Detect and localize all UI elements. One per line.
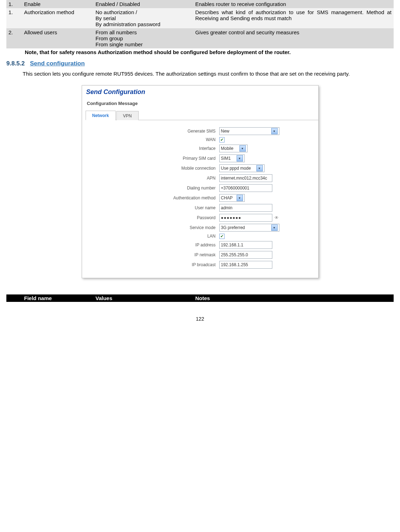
form-row: User nameadmin [88, 204, 312, 212]
field-control: 255.255.255.0 [219, 251, 311, 259]
input-ip-address[interactable]: 192.168.1.1 [219, 241, 272, 249]
form-row: APNinternet.mnc012.mcc34c [88, 174, 312, 182]
field-label: Password [88, 215, 219, 220]
header-blank [6, 294, 22, 302]
field-control: internet.mnc012.mcc34c [219, 174, 311, 182]
table-row: 1.EnableEnabled / DisabledEnables router… [6, 0, 394, 8]
table-row: 2.Allowed usersFrom all numbers From gro… [6, 28, 394, 48]
select-interface[interactable]: Mobile▾ [219, 145, 248, 152]
field-control: 192.168.1.1 [219, 241, 311, 249]
select-primary-sim-card[interactable]: SIM1▾ [219, 154, 245, 162]
form-row: IP netmask255.255.255.0 [88, 251, 312, 259]
tab-network[interactable]: Network [86, 111, 116, 120]
section-title: Send configuration [30, 60, 85, 67]
form-row: Primary SIM cardSIM1▾ [88, 154, 312, 162]
field-label: Primary SIM card [88, 156, 219, 161]
field-header-bar: Field name Values Notes [6, 294, 394, 302]
header-values: Values [93, 294, 193, 302]
field-label: IP netmask [88, 252, 219, 257]
input-ip-broadcast[interactable]: 192.168.1.255 [219, 261, 272, 269]
panel-form: Generate SMSNew▾WAN✔InterfaceMobile▾Prim… [82, 120, 318, 278]
field-control: SIM1▾ [219, 154, 311, 162]
field-label: APN [88, 176, 219, 181]
section-heading: 9.8.5.2 Send configuration [6, 60, 394, 67]
send-configuration-panel: Send Configuration Configuration Message… [82, 85, 319, 278]
form-row: InterfaceMobile▾ [88, 145, 312, 152]
field-control: 192.168.1.255 [219, 261, 311, 269]
field-control: Use pppd mode▾ [219, 164, 311, 172]
field-control: ●●●●●●●👁 [219, 214, 311, 222]
tab-vpn[interactable]: VPN [116, 111, 139, 120]
form-row: IP address192.168.1.1 [88, 241, 312, 249]
form-row: LAN✔ [88, 234, 312, 239]
section-paragraph: This section lets you configure remote R… [6, 71, 394, 77]
input-password[interactable]: ●●●●●●● [219, 214, 272, 222]
field-label: WAN [88, 137, 219, 142]
page-number: 122 [6, 316, 394, 322]
field-label: IP address [88, 242, 219, 247]
field-control: New▾ [219, 127, 311, 135]
field-label: Service mode [88, 225, 219, 230]
form-row: Mobile connectionUse pppd mode▾ [88, 164, 312, 172]
form-row: Generate SMSNew▾ [88, 127, 312, 135]
form-row: Authentication methodCHAP▾ [88, 194, 312, 202]
field-label: Mobile connection [88, 166, 219, 171]
chevron-down-icon: ▾ [271, 128, 278, 134]
safety-note: Note, that for safety reasons Authorizat… [25, 49, 394, 55]
field-label: User name [88, 205, 219, 210]
eye-icon[interactable]: 👁 [274, 215, 279, 220]
field-control: 3G preferred▾ [219, 224, 311, 232]
field-control: Mobile▾ [219, 145, 311, 152]
input-ip-netmask[interactable]: 255.255.255.0 [219, 251, 272, 259]
chevron-down-icon: ▾ [271, 224, 278, 231]
input-dialing-number[interactable]: +37060000001 [219, 184, 272, 192]
input-user-name[interactable]: admin [219, 204, 272, 212]
field-label: Generate SMS [88, 129, 219, 134]
form-row: Password●●●●●●●👁 [88, 214, 312, 222]
chevron-down-icon: ▾ [237, 195, 243, 201]
field-control: admin [219, 204, 311, 212]
field-label: IP broadcast [88, 262, 219, 267]
chevron-down-icon: ▾ [239, 145, 246, 152]
form-row: Service mode3G preferred▾ [88, 224, 312, 232]
form-row: WAN✔ [88, 137, 312, 142]
form-row: IP broadcast192.168.1.255 [88, 261, 312, 269]
select-service-mode[interactable]: 3G preferred▾ [219, 224, 279, 232]
section-number: 9.8.5.2 [6, 60, 25, 67]
header-notes: Notes [193, 294, 394, 302]
checkbox-wan[interactable]: ✔ [219, 137, 225, 142]
header-fieldname: Field name [22, 294, 93, 302]
field-label: LAN [88, 234, 219, 239]
field-control: CHAP▾ [219, 194, 311, 202]
field-control: ✔ [219, 234, 311, 239]
input-apn[interactable]: internet.mnc012.mcc34c [219, 174, 272, 182]
field-control: +37060000001 [219, 184, 311, 192]
select-authentication-method[interactable]: CHAP▾ [219, 194, 245, 202]
panel-title: Send Configuration [82, 86, 318, 97]
field-label: Interface [88, 146, 219, 151]
panel-subsection: Configuration Message [86, 99, 318, 108]
field-label: Dialing number [88, 186, 219, 191]
field-label: Authentication method [88, 195, 219, 200]
select-mobile-connection[interactable]: Use pppd mode▾ [219, 164, 265, 172]
table-row: 1.Authorization methodNo authorization /… [6, 8, 394, 28]
chevron-down-icon: ▾ [256, 165, 263, 171]
form-row: Dialing number+37060000001 [88, 184, 312, 192]
panel-tabs: NetworkVPN [86, 110, 318, 120]
select-generate-sms[interactable]: New▾ [219, 127, 279, 135]
field-control: ✔ [219, 137, 311, 142]
parameter-table: 1.EnableEnabled / DisabledEnables router… [6, 0, 394, 48]
checkbox-lan[interactable]: ✔ [219, 234, 225, 239]
chevron-down-icon: ▾ [237, 155, 243, 162]
